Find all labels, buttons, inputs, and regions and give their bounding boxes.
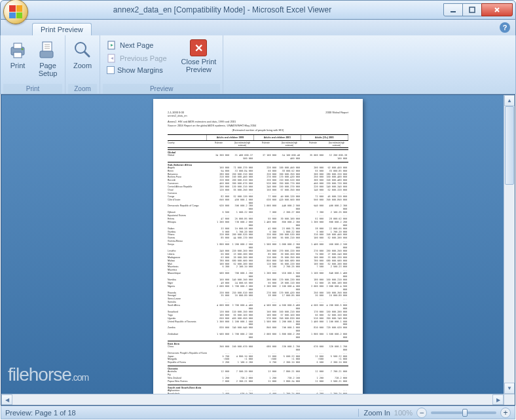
next-page-button[interactable]: Next Page bbox=[104, 39, 170, 51]
zoom-button[interactable]: Zoom bbox=[68, 38, 97, 71]
print-button[interactable]: Print bbox=[3, 38, 32, 71]
show-margins-label: Show Margins bbox=[117, 66, 163, 74]
window-title: annex2_data_en [Compatibility Mode] - Mi… bbox=[1, 5, 444, 14]
zoom-out-button[interactable]: − bbox=[416, 408, 427, 418]
svg-line-12 bbox=[84, 52, 89, 56]
page-setup-label: Page Setup bbox=[39, 62, 58, 77]
print-label: Print bbox=[10, 62, 26, 69]
office-button[interactable] bbox=[3, 0, 28, 24]
ribbon-tabstrip: Print Preview ? bbox=[0, 20, 516, 35]
ribbon: Print Page Setup Print Zoom Zoom bbox=[0, 35, 516, 94]
statusbar: Preview: Page 1 of 18 Zoom In 100% − + bbox=[1, 406, 515, 419]
window-close-button[interactable] bbox=[481, 3, 513, 16]
maximize-button[interactable] bbox=[462, 3, 482, 16]
magnifier-icon bbox=[72, 39, 93, 60]
watermark: filehorse.com bbox=[8, 364, 88, 385]
vertical-scrollbar[interactable]: ▲ ▼ bbox=[504, 95, 515, 394]
scroll-left-icon[interactable]: ◀ bbox=[1, 394, 12, 405]
preview-page: 2-1-1000 0:00annex2_data_en2000 Global R… bbox=[153, 99, 363, 395]
show-margins-checkbox[interactable]: Show Margins bbox=[104, 66, 170, 75]
group-zoom-label: Zoom bbox=[68, 84, 97, 94]
scroll-v-thumb[interactable] bbox=[505, 106, 514, 185]
zoom-label: Zoom bbox=[73, 62, 92, 69]
svg-rect-10 bbox=[40, 51, 53, 58]
next-page-label: Next Page bbox=[120, 41, 153, 49]
scroll-down-icon[interactable]: ▼ bbox=[504, 383, 515, 394]
status-page-indicator: Preview: Page 1 of 18 bbox=[5, 409, 358, 417]
minimize-button[interactable] bbox=[443, 3, 463, 16]
previous-page-button: Previous Page bbox=[104, 52, 170, 64]
group-preview: Next Page Previous Page Show Margins ✕ C… bbox=[100, 35, 223, 94]
horizontal-scrollbar[interactable]: ◀ ▶ bbox=[1, 394, 504, 405]
printer-icon bbox=[7, 39, 28, 60]
checkbox-icon bbox=[107, 66, 115, 74]
previous-page-label: Previous Page bbox=[120, 54, 167, 62]
group-zoom: Zoom Zoom bbox=[65, 35, 100, 94]
page-setup-button[interactable]: Page Setup bbox=[33, 38, 62, 79]
help-icon[interactable]: ? bbox=[500, 22, 510, 33]
svg-point-5 bbox=[22, 48, 24, 50]
page-next-icon bbox=[107, 40, 117, 50]
svg-rect-0 bbox=[451, 11, 456, 12]
group-print: Print Page Setup Print bbox=[1, 35, 65, 94]
page-setup-icon bbox=[37, 39, 58, 60]
scroll-corner bbox=[504, 394, 515, 405]
zoom-in-label[interactable]: Zoom In bbox=[358, 409, 390, 417]
close-preview-button[interactable]: ✕ Close Print Preview bbox=[177, 38, 221, 75]
zoom-slider-thumb[interactable] bbox=[462, 409, 468, 417]
tab-print-preview[interactable]: Print Preview bbox=[32, 23, 92, 35]
preview-viewport: 2-1-1000 0:00annex2_data_en2000 Global R… bbox=[1, 94, 515, 406]
group-print-label: Print bbox=[3, 84, 62, 94]
group-preview-label: Preview bbox=[103, 84, 220, 94]
zoom-percentage[interactable]: 100% bbox=[394, 409, 413, 417]
svg-rect-4 bbox=[14, 52, 22, 58]
zoom-slider[interactable] bbox=[431, 411, 496, 414]
close-icon: ✕ bbox=[190, 39, 207, 56]
scroll-up-icon[interactable]: ▲ bbox=[504, 95, 515, 106]
zoom-in-button[interactable]: + bbox=[500, 408, 511, 418]
svg-rect-3 bbox=[14, 43, 22, 48]
page-previous-icon bbox=[107, 53, 117, 64]
scroll-right-icon[interactable]: ▶ bbox=[492, 394, 504, 405]
close-preview-label: Close Print Preview bbox=[181, 58, 217, 73]
svg-rect-1 bbox=[470, 7, 475, 12]
titlebar: annex2_data_en [Compatibility Mode] - Mi… bbox=[0, 0, 516, 20]
